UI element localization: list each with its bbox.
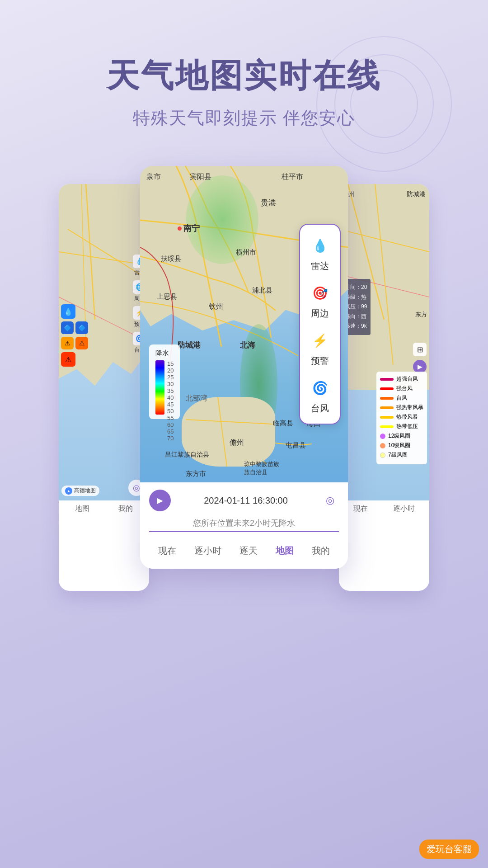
right-nav-hourly[interactable]: 逐小时 [393,504,415,514]
left-icon-5: ⚠ [75,337,88,349]
right-map-area: 防城港 钦州 时间：20 等级：热 气压：99 移向：西 移速：9k ⊞ ▶ [339,184,429,500]
legend-color-4 [380,406,394,409]
city-qinzhou: 钦州 [209,302,223,311]
panel-warning-label: 预警 [311,355,329,367]
left-icon-6: ⚠ [61,352,75,367]
city-changjiang: 昌江黎族自治县 [165,451,209,459]
city-hengzhou: 横州市 [236,248,256,257]
legend-row-wind10: 10级风圈 [380,442,423,449]
legend-values: 15 20 25 30 35 40 45 50 55 60 65 70 [164,360,174,415]
header: 天气地图实时在线 特殊天气即刻提示 伴您安心 [0,0,488,157]
panel-nearby-label: 周边 [311,307,329,320]
legend-label-7: 12级风圈 [388,432,410,440]
legend-label-5: 热带风暴 [396,413,418,421]
sub-title: 特殊天气即刻提示 伴您安心 [27,107,461,130]
legend-label-1: 超强台风 [396,375,418,383]
right-east-label: 东方 [415,311,427,319]
typhoon-legend: 超强台风 强台风 台风 强热带风暴 [376,372,427,464]
panel-item-nearby[interactable]: 🎯 周边 [308,281,332,320]
svg-line-5 [186,420,272,424]
legend-label-9: 7级风圈 [388,451,408,459]
panel-item-warning[interactable]: ⚡ 预警 [308,329,332,367]
left-icon-3: 🔷 [75,321,88,334]
rain-info-text: 您所在位置未来2小时无降水 [149,515,339,532]
left-map-area: 💧 🔷 🔷 ⚠ ⚠ ⚠ 💧 雷达 [59,184,149,500]
city-fusui: 扶绥县 [161,255,181,263]
city-guigang: 贵港 [261,198,276,208]
svg-line-2 [68,229,140,274]
overlay-panel: 💧 雷达 🎯 周边 ⚡ 预警 🌀 台风 [299,224,341,425]
legend-gradient [155,360,164,415]
time-display: 2024-01-11 16:30:00 [204,495,288,506]
city-beibuwan: 北部湾 [186,394,207,403]
left-nav-map[interactable]: 地图 [75,504,89,514]
legend-color-3 [380,397,394,400]
left-warning-icons: 💧 🔷 🔷 ⚠ ⚠ ⚠ [61,304,88,367]
city-binyang: 宾阳县 [190,172,211,182]
svg-line-10 [375,184,393,365]
legend-title: 降水 [155,349,174,358]
nav-now[interactable]: 现在 [151,543,183,559]
left-icon-2: 🔷 [61,321,74,334]
legend-row-wind12: 12级风圈 [380,432,423,440]
legend-label-2: 强台风 [396,385,413,392]
wind-circle-7 [380,453,385,458]
cards-container: 💧 🔷 🔷 ⚠ ⚠ ⚠ 💧 雷达 [0,166,488,591]
typhoon-direction: 移向：西 [345,312,367,322]
legend-label-4: 强热带风暴 [396,404,423,411]
legend-row-tropical-low: 热带低压 [380,423,423,430]
city-danzhou: 儋州 [230,438,244,448]
panel-item-typhoon[interactable]: 🌀 台风 [308,376,332,415]
right-nav-now[interactable]: 现在 [353,504,368,514]
main-card: 泉市 宾阳县 桂平市 贵港 南宁 扶绥县 横州市 上思县 钦州 浦北县 防城港 … [140,166,348,569]
legend-label-6: 热带低压 [396,423,418,430]
wind-circle-12 [380,434,385,439]
svg-line-8 [339,229,429,252]
main-title: 天气地图实时在线 [27,54,461,98]
precipitation-legend: 降水 15 20 25 30 35 40 45 50 55 [149,344,180,419]
city-quanshi: 泉市 [146,172,161,182]
bottom-navigation: 现在 逐小时 逐天 地图 我的 [149,538,339,561]
wind-circle-10 [380,443,385,448]
left-nav-mine[interactable]: 我的 [118,504,133,514]
city-tunchang: 屯昌县 [286,441,306,450]
left-bottom-nav: 地图 我的 [59,500,149,517]
typhoon-speed: 移速：9k [345,321,367,331]
right-bottom-nav: 现在 逐小时 [339,500,429,517]
legend-row-tropical-storm: 强热带风暴 [380,404,423,411]
nav-hourly[interactable]: 逐小时 [187,543,229,559]
legend-color-2 [380,387,394,390]
legend-row-strong-typhoon: 强台风 [380,385,423,392]
radar-icon: 💧 [308,234,332,257]
main-map-area: 泉市 宾阳县 桂平市 贵港 南宁 扶绥县 横州市 上思县 钦州 浦北县 防城港 … [140,166,348,482]
city-shangsi: 上思县 [157,292,177,301]
panel-radar-label: 雷达 [311,260,329,272]
location-button[interactable]: ◎ [321,491,339,509]
city-pubei: 浦北县 [252,286,272,295]
typhoon-icon: 🌀 [308,376,332,400]
right-panel-icons: ⊞ ▶ [413,343,427,373]
right-panel-grid[interactable]: ⊞ [413,343,427,356]
city-lingao: 临高县 [273,419,293,428]
svg-line-0 [86,184,95,320]
nav-daily[interactable]: 逐天 [232,543,265,559]
nav-mine[interactable]: 我的 [305,543,337,559]
legend-row-wind7: 7级风圈 [380,451,423,459]
legend-label-8: 10级风圈 [388,442,410,449]
city-beihai: 北海 [240,340,255,350]
left-side-card: 💧 🔷 🔷 ⚠ ⚠ ⚠ 💧 雷达 [59,184,149,591]
panel-typhoon-label: 台风 [311,402,329,415]
legend-color-6 [380,425,394,428]
nav-map[interactable]: 地图 [268,543,301,559]
play-button[interactable]: ▶ [149,490,171,511]
legend-row-super-typhoon: 超强台风 [380,375,423,383]
typhoon-level: 等级：热 [345,292,367,302]
typhoon-time: 时间：20 [345,283,367,292]
legend-color-5 [380,416,394,419]
left-map-logo: ▲ 高德地图 [61,486,99,496]
left-icon-4: ⚠ [61,337,74,349]
city-nanning: 南宁 [178,223,200,234]
typhoon-pressure: 气压：99 [345,302,367,312]
legend-row-typhoon: 台风 [380,394,423,402]
panel-item-radar[interactable]: 💧 雷达 [308,234,332,272]
